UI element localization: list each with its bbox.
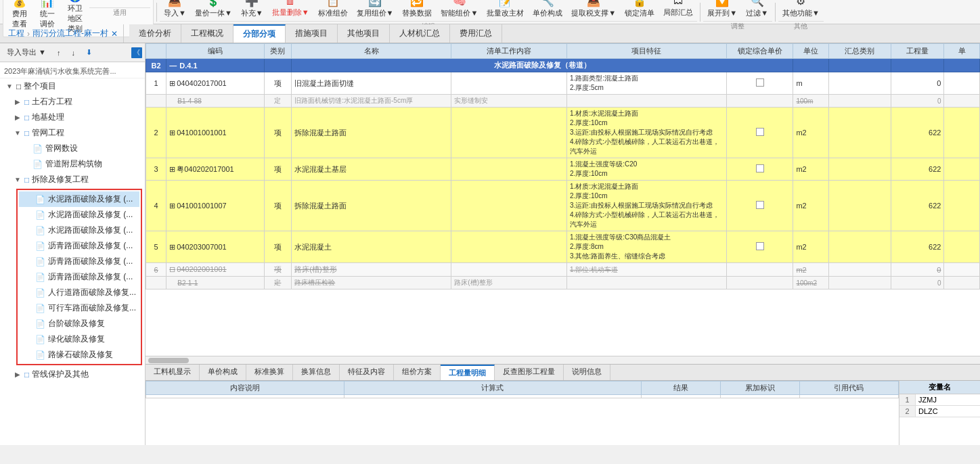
bottom-tab-graphic[interactable]: 反查图形工程量 bbox=[495, 365, 564, 380]
breadcrumb-subproject[interactable]: 雨污分流工程-麻一村 bbox=[32, 28, 108, 39]
tree-item-cement2[interactable]: 📄 水泥路面破除及修复 (... bbox=[19, 207, 139, 223]
lock-list-btn[interactable]: 🔒锁定清单 bbox=[621, 0, 659, 20]
other-func-btn[interactable]: ⚙其他功能▼ bbox=[778, 0, 824, 20]
tree-item-asphalt2[interactable]: 📄 沥青路面破除及修复 (... bbox=[19, 254, 139, 269]
tab-measures[interactable]: 措施项目 bbox=[286, 24, 338, 43]
variable-val-1[interactable]: JZMJ bbox=[916, 394, 980, 405]
cell-qty-1: 0 bbox=[891, 72, 944, 95]
bottom-tab-features[interactable]: 特征及内容 bbox=[340, 365, 394, 380]
tree-item-steps[interactable]: 📄 台阶破除及修复 bbox=[19, 316, 139, 331]
qty-cell-desc[interactable] bbox=[146, 395, 344, 398]
price-unit-btn[interactable]: 💲量价一体▼ bbox=[191, 0, 236, 20]
tab-cost-analysis[interactable]: 造价分析 bbox=[129, 24, 181, 43]
tree-item-pipeline-design[interactable]: 📄 管网数设 bbox=[16, 141, 145, 156]
th-qty: 工程量 bbox=[891, 44, 944, 59]
extract-tax-btn[interactable]: 📤提取税支撑▼ bbox=[567, 0, 620, 20]
h-scrollbar[interactable] bbox=[146, 356, 980, 364]
unit-price-btn[interactable]: 🔧单价构成 bbox=[529, 0, 566, 20]
bottom-tab-calc-info[interactable]: 换算信息 bbox=[293, 365, 340, 380]
tab-materials[interactable]: 人材机汇总 bbox=[390, 24, 450, 43]
tree-label-steps: 台阶破除及修复 bbox=[48, 318, 105, 329]
cell-code-1[interactable]: ⊞040402017001 bbox=[166, 72, 264, 95]
toolbar-group-other: ⚙其他功能▼ 其他 bbox=[778, 0, 824, 31]
bottom-tab-materials[interactable]: 工料机显示 bbox=[146, 365, 200, 380]
cell-qty-6: 0 bbox=[891, 263, 944, 277]
bottom-tab-standard-calc[interactable]: 标准换算 bbox=[246, 365, 293, 380]
tree-item-sidewalk[interactable]: 📄 人行道路面破除及修复... bbox=[19, 285, 139, 300]
cell-code-sub1: B1-4-88 bbox=[166, 95, 264, 108]
tree-item-foundation[interactable]: ▶ □ 地基处理 bbox=[8, 110, 145, 125]
main-table-area[interactable]: 编码 类别 名称 清单工作内容 项目特征 锁定综合单价 单位 汇总类别 工程量 … bbox=[146, 43, 980, 356]
qty-cell-formula[interactable] bbox=[344, 395, 641, 398]
move-down-btn[interactable]: ↓ bbox=[67, 47, 79, 58]
left-toolbar: 导入导出 ▼ ↑ ↓ ⬇ 《 bbox=[0, 43, 145, 62]
tab-cost-summary[interactable]: 费用汇总 bbox=[450, 24, 502, 43]
cell-single-3 bbox=[944, 158, 980, 181]
tree-label-asphalt2: 沥青路面破除及修复 (... bbox=[48, 256, 133, 267]
reuse-group-btn[interactable]: 🔄复用组价▼ bbox=[353, 0, 398, 20]
tree-item-asphalt1[interactable]: 📄 沥青路面破除及修复 (... bbox=[19, 238, 139, 254]
tab-other-items[interactable]: 其他项目 bbox=[338, 24, 390, 43]
variable-val-2[interactable]: DLZC bbox=[916, 406, 980, 417]
cell-name-4: 拆除混凝土路面 bbox=[292, 181, 451, 231]
batch-main-btn[interactable]: 📝批量改主材 bbox=[483, 0, 528, 20]
tree-root[interactable]: ▼ □ 整个项目 bbox=[0, 78, 145, 94]
th-content-desc: 内容说明 bbox=[146, 381, 344, 395]
tree-item-pipeline-struct[interactable]: 📄 管道附层构筑物 bbox=[16, 156, 145, 172]
cell-lock-3[interactable] bbox=[727, 158, 793, 181]
local-summary-btn[interactable]: 🗂局部汇总 bbox=[659, 0, 697, 20]
cell-lock-4[interactable] bbox=[727, 181, 793, 231]
bottom-tab-group-plan[interactable]: 组价方案 bbox=[394, 365, 441, 380]
sep3 bbox=[775, 3, 776, 22]
smart-group-btn[interactable]: 🧠智能组价▼ bbox=[437, 0, 482, 20]
close-breadcrumb-btn[interactable]: ✕ bbox=[111, 29, 118, 39]
bottom-tab-qty-detail[interactable]: 工程量明细 bbox=[441, 365, 495, 380]
collapse-panel-btn[interactable]: 《 bbox=[131, 47, 142, 58]
cell-unit-3: m2 bbox=[793, 158, 828, 181]
tree-item-driveway[interactable]: 📄 可行车路面破除及修复... bbox=[19, 300, 139, 316]
cell-seq-sub1 bbox=[146, 95, 166, 108]
tree-item-demolish[interactable]: ▼ □ 拆除及修复工程 bbox=[8, 172, 145, 187]
cell-code-2[interactable]: ⊞041001001001 bbox=[166, 108, 264, 158]
import-export-btn[interactable]: 导入导出 ▼ bbox=[3, 46, 50, 59]
standard-group-btn[interactable]: 📋标准组价 bbox=[314, 0, 352, 20]
cell-code-3[interactable]: ⊞粤040202017001 bbox=[166, 158, 264, 181]
supplement-btn[interactable]: ➕补充▼ bbox=[237, 0, 267, 20]
move-up-btn[interactable]: ↑ bbox=[53, 47, 65, 58]
breadcrumb-project[interactable]: 工程 bbox=[8, 28, 24, 39]
bottom-table: 内容说明 计算式 结果 累加标识 引用代码 bbox=[146, 381, 899, 445]
tree-item-cement3[interactable]: 📄 水泥路面破除及修复 (... bbox=[19, 223, 139, 238]
tree-item-cement1[interactable]: 📄 水泥路面破除及修复 (... bbox=[19, 191, 139, 207]
cell-lock-5[interactable] bbox=[727, 231, 793, 263]
replace-data-btn[interactable]: 🔁替换数据 bbox=[398, 0, 436, 20]
tree-group: ▶ □ 土石方工程 ▶ □ 地基处理 ▼ □ 管网工程 � bbox=[8, 94, 145, 382]
tree-item-asphalt3[interactable]: 📄 沥青路面破除及修复 (... bbox=[19, 269, 139, 285]
tree-item-pipeline[interactable]: ▼ □ 管网工程 bbox=[8, 125, 145, 141]
filter-btn[interactable]: 🔍过滤▼ bbox=[742, 0, 772, 20]
cell-lock-2[interactable] bbox=[727, 108, 793, 158]
expand-to-btn[interactable]: 🔽展开到▼ bbox=[703, 0, 741, 20]
th-result: 结果 bbox=[641, 381, 720, 395]
th-lock: 锁定综合单价 bbox=[727, 44, 793, 59]
bottom-tab-unit-price[interactable]: 单价构成 bbox=[200, 365, 246, 380]
bottom-tab-description[interactable]: 说明信息 bbox=[564, 365, 610, 380]
import-btn[interactable]: 📥导入▼ bbox=[160, 0, 190, 20]
tree-item-earthwork[interactable]: ▶ □ 土石方工程 bbox=[8, 94, 145, 110]
tab-project-overview[interactable]: 工程概况 bbox=[181, 24, 233, 43]
tree-item-green[interactable]: 📄 绿化破除及修复 bbox=[19, 331, 139, 347]
batch-delete-btn[interactable]: 🗑批量删除▼ bbox=[268, 0, 313, 20]
cell-unit-6: m2 bbox=[793, 263, 828, 277]
group-label-adjust: 调整 bbox=[703, 21, 772, 31]
tree-item-curb[interactable]: 📄 路缘石破除及修复 bbox=[19, 347, 139, 363]
tree-item-protection[interactable]: ▶ □ 管线保护及其他 bbox=[8, 367, 145, 382]
cell-code-4[interactable]: ⊞041001001007 bbox=[166, 181, 264, 231]
th-ref-code: 引用代码 bbox=[799, 381, 898, 395]
cell-lock-1[interactable] bbox=[727, 72, 793, 95]
tab-parts[interactable]: 分部分项 bbox=[233, 24, 286, 43]
download-btn[interactable]: ⬇ bbox=[82, 47, 96, 58]
cell-code-5[interactable]: ⊞040203007001 bbox=[166, 231, 264, 263]
cell-taxtype-6 bbox=[828, 263, 891, 277]
cell-name-6: 路床(槽)整形 bbox=[292, 263, 451, 277]
cell-code: —D.4.1 bbox=[166, 59, 264, 72]
tree-label-foundation: 地基处理 bbox=[32, 112, 64, 123]
